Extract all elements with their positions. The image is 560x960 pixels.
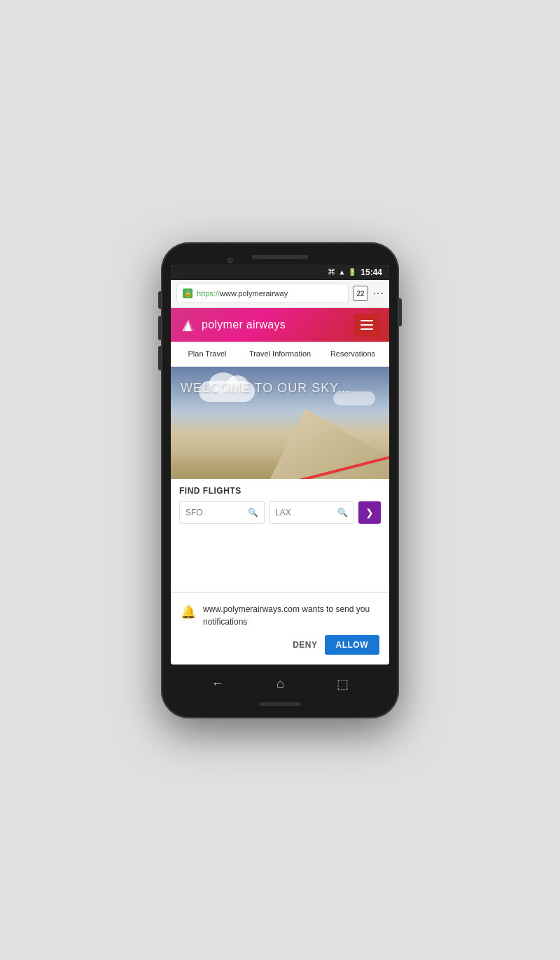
browser-menu-button[interactable]: ⋮ bbox=[372, 288, 384, 299]
notification-banner: 🔔 www.polymerairways.com wants to send y… bbox=[171, 592, 389, 665]
recents-button[interactable]: ⬚ bbox=[337, 676, 349, 692]
brand-area: polymer airways bbox=[181, 317, 286, 333]
tab-reservations[interactable]: Reservations bbox=[316, 342, 389, 366]
wifi-icon: ⌘ bbox=[328, 267, 335, 277]
ssl-lock-icon: 🔒 bbox=[183, 288, 192, 298]
phone-device: ⌘ ▲ 🔋 15:44 🔒 https://www.polymerairway … bbox=[161, 242, 399, 718]
notification-message: www.polymerairways.com wants to send you… bbox=[203, 603, 379, 628]
status-time: 15:44 bbox=[360, 267, 382, 277]
notification-content: 🔔 www.polymerairways.com wants to send y… bbox=[181, 603, 379, 628]
hamburger-menu-button[interactable] bbox=[354, 314, 379, 336]
hero-section: WELCOME TO OUR SKY... bbox=[171, 367, 389, 479]
status-bar: ⌘ ▲ 🔋 15:44 bbox=[171, 265, 389, 280]
back-button[interactable]: ← bbox=[211, 676, 224, 691]
phone-screen: ⌘ ▲ 🔋 15:44 🔒 https://www.polymerairway … bbox=[171, 265, 389, 665]
hero-headline: WELCOME TO OUR SKY... bbox=[181, 381, 350, 396]
site-content: polymer airways Plan Travel Travel Infor… bbox=[171, 308, 389, 665]
url-text: https://www.polymerairway bbox=[197, 289, 288, 298]
volume-silent-button[interactable] bbox=[158, 291, 161, 309]
origin-search-icon: 🔍 bbox=[248, 508, 258, 517]
flight-search-row: SFO 🔍 LAX 🔍 ❯ bbox=[179, 501, 381, 524]
origin-value: SFO bbox=[186, 508, 203, 517]
find-flights-section: FIND FLIGHTS SFO 🔍 LAX 🔍 ❯ bbox=[171, 479, 389, 531]
origin-input[interactable]: SFO 🔍 bbox=[179, 501, 265, 524]
hamburger-line-1 bbox=[360, 320, 373, 321]
front-camera bbox=[227, 258, 233, 263]
destination-value: LAX bbox=[275, 508, 291, 517]
hamburger-line-2 bbox=[360, 324, 373, 326]
deny-notifications-button[interactable]: DENY bbox=[293, 640, 317, 650]
volume-down-button[interactable] bbox=[158, 346, 161, 370]
notification-actions: DENY ALLOW bbox=[181, 635, 379, 655]
url-host: www.polymerairway bbox=[220, 289, 288, 298]
browser-toolbar: 🔒 https://www.polymerairway 22 ⋮ bbox=[171, 280, 389, 308]
android-nav-bar: ← ⌂ ⬚ bbox=[171, 670, 389, 698]
hero-background: WELCOME TO OUR SKY... bbox=[171, 367, 389, 479]
airplane-wing-image bbox=[263, 402, 389, 479]
find-flights-label: FIND FLIGHTS bbox=[179, 486, 381, 496]
brand-name: polymer airways bbox=[202, 319, 286, 331]
status-icons: ⌘ ▲ 🔋 bbox=[328, 267, 356, 277]
earpiece-speaker bbox=[252, 255, 308, 259]
home-button[interactable]: ⌂ bbox=[276, 676, 284, 691]
battery-icon: 🔋 bbox=[348, 268, 356, 276]
allow-notifications-button[interactable]: ALLOW bbox=[325, 635, 380, 655]
tab-plan-travel[interactable]: Plan Travel bbox=[171, 342, 244, 366]
brand-logo bbox=[181, 317, 196, 333]
tab-counter[interactable]: 22 bbox=[353, 286, 368, 301]
destination-input[interactable]: LAX 🔍 bbox=[269, 501, 354, 524]
notification-bell-icon: 🔔 bbox=[181, 604, 196, 620]
signal-icon: ▲ bbox=[338, 268, 345, 276]
tab-travel-information[interactable]: Travel Information bbox=[244, 342, 316, 366]
destination-search-icon: 🔍 bbox=[337, 508, 348, 517]
url-bar[interactable]: 🔒 https://www.polymerairway bbox=[176, 284, 349, 303]
bottom-speaker bbox=[259, 702, 301, 706]
power-button[interactable] bbox=[399, 298, 402, 326]
site-header: polymer airways bbox=[171, 308, 389, 342]
hamburger-line-3 bbox=[360, 328, 373, 330]
volume-up-button[interactable] bbox=[158, 316, 161, 340]
nav-tabs: Plan Travel Travel Information Reservati… bbox=[171, 342, 389, 367]
search-flights-button[interactable]: ❯ bbox=[358, 501, 381, 524]
url-https: https:// bbox=[197, 289, 220, 298]
svg-marker-4 bbox=[263, 409, 389, 479]
